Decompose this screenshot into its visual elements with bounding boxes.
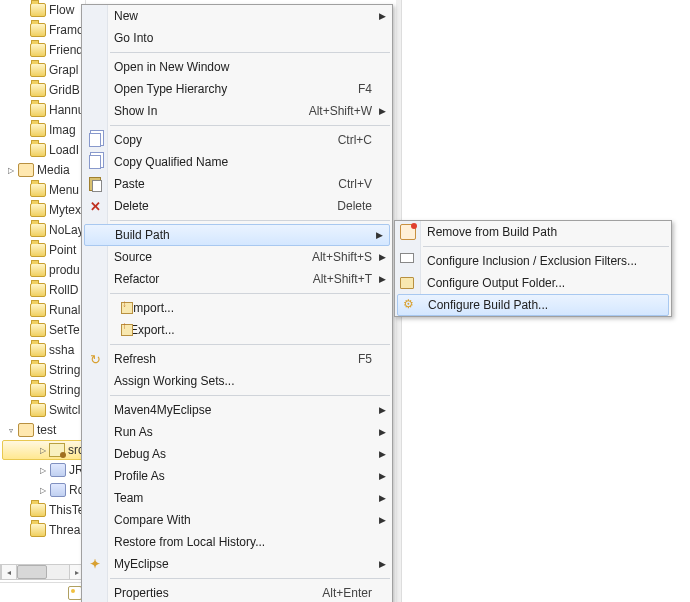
menu-item-shortcut: Ctrl+V	[338, 177, 372, 191]
tree-item[interactable]: Friend	[2, 40, 85, 60]
tree-item[interactable]: ▷JR	[2, 460, 85, 480]
scroll-left-button[interactable]: ◂	[1, 565, 17, 579]
menu-item[interactable]: Import...	[82, 297, 392, 319]
tree-item[interactable]: ▷src	[2, 440, 85, 460]
scroll-thumb[interactable]	[17, 565, 47, 579]
menu-separator	[110, 220, 390, 221]
menu-item[interactable]: PasteCtrl+V	[82, 173, 392, 195]
menu-item-label: Properties	[114, 586, 314, 600]
menu-item[interactable]: Team▶	[82, 487, 392, 509]
tree-item[interactable]: Imag	[2, 120, 85, 140]
tree-item[interactable]: Flow	[2, 0, 85, 20]
menu-item[interactable]: Compare With▶	[82, 509, 392, 531]
tree-item-label: Switcl	[49, 403, 80, 417]
tree-item-label: SetTe	[49, 323, 80, 337]
submenu-item[interactable]: ⚙Configure Build Path...	[397, 294, 669, 316]
menu-item[interactable]: Debug As▶	[82, 443, 392, 465]
folder-icon	[30, 103, 46, 117]
tree-item[interactable]: String	[2, 380, 85, 400]
tree-item[interactable]: Hannu	[2, 100, 85, 120]
menu-item[interactable]: CopyCtrl+C	[82, 129, 392, 151]
menu-item-label: Team	[114, 491, 372, 505]
menu-separator	[423, 246, 669, 247]
menu-separator	[110, 293, 390, 294]
menu-item-label: Run As	[114, 425, 372, 439]
menu-item[interactable]: Build Path▶	[84, 224, 390, 246]
tree-item[interactable]: Framo	[2, 20, 85, 40]
menu-item-label: Maven4MyEclipse	[114, 403, 372, 417]
menu-item[interactable]: New▶	[82, 5, 392, 27]
menu-item-label: Refresh	[114, 352, 350, 366]
menu-item-label: Profile As	[114, 469, 372, 483]
folder-icon	[30, 303, 46, 317]
menu-item-shortcut: Delete	[337, 199, 372, 213]
expand-arrow-icon[interactable]: ▿	[6, 425, 16, 435]
menu-item[interactable]: Open Type HierarchyF4	[82, 78, 392, 100]
submenu-arrow-icon: ▶	[379, 405, 386, 415]
submenu-item[interactable]: Configure Output Folder...	[395, 272, 671, 294]
menu-item-label: Show In	[114, 104, 301, 118]
menu-item[interactable]: ✕DeleteDelete	[82, 195, 392, 217]
folder-icon	[30, 403, 46, 417]
expand-arrow-icon[interactable]: ▷	[38, 465, 48, 475]
tree-item[interactable]: ThisTe	[2, 500, 85, 520]
menu-item[interactable]: ↻RefreshF5	[82, 348, 392, 370]
tree-item[interactable]: Switcl	[2, 400, 85, 420]
menu-item[interactable]: Assign Working Sets...	[82, 370, 392, 392]
menu-item[interactable]: Show InAlt+Shift+W▶	[82, 100, 392, 122]
expand-arrow-icon[interactable]: ▷	[6, 165, 16, 175]
menu-item[interactable]: Profile As▶	[82, 465, 392, 487]
tree-item[interactable]: Point	[2, 240, 85, 260]
context-menu[interactable]: New▶Go IntoOpen in New WindowOpen Type H…	[81, 4, 393, 602]
submenu-arrow-icon: ▶	[379, 493, 386, 503]
tree-item[interactable]: GridB	[2, 80, 85, 100]
export-icon	[119, 322, 135, 338]
menu-item[interactable]: Export...	[82, 319, 392, 341]
menu-item[interactable]: RefactorAlt+Shift+T▶	[82, 268, 392, 290]
tree-item[interactable]: ssha	[2, 340, 85, 360]
menu-item[interactable]: PropertiesAlt+Enter	[82, 582, 392, 602]
menu-item-shortcut: F5	[358, 352, 372, 366]
folder-icon	[30, 283, 46, 297]
tree-item[interactable]: ▿test	[2, 420, 85, 440]
tree-item[interactable]: Grapl	[2, 60, 85, 80]
tree-item[interactable]: String	[2, 360, 85, 380]
bottom-toolbar	[0, 582, 86, 602]
new-wizard-icon[interactable]	[68, 586, 82, 600]
tree-item-label: test	[37, 423, 56, 437]
import-icon	[119, 300, 135, 316]
scroll-track[interactable]	[17, 565, 69, 579]
tree-item[interactable]: RollD	[2, 280, 85, 300]
folder-icon	[30, 323, 46, 337]
build-path-submenu[interactable]: Remove from Build PathConfigure Inclusio…	[394, 220, 672, 317]
menu-item-label: Debug As	[114, 447, 372, 461]
menu-item[interactable]: Restore from Local History...	[82, 531, 392, 553]
tree-item[interactable]: NoLay	[2, 220, 85, 240]
tree-item[interactable]: Mytex	[2, 200, 85, 220]
jar-icon	[50, 483, 66, 497]
menu-item[interactable]: Run As▶	[82, 421, 392, 443]
menu-item[interactable]: SourceAlt+Shift+S▶	[82, 246, 392, 268]
tree-item[interactable]: Threa	[2, 520, 85, 540]
menu-item[interactable]: Maven4MyEclipse▶	[82, 399, 392, 421]
expand-arrow-icon[interactable]: ▷	[39, 445, 47, 455]
submenu-item[interactable]: Configure Inclusion / Exclusion Filters.…	[395, 250, 671, 272]
tree-item-label: Hannu	[49, 103, 84, 117]
menu-item[interactable]: Copy Qualified Name	[82, 151, 392, 173]
tree-item-label: Flow	[49, 3, 74, 17]
menu-item[interactable]: Go Into	[82, 27, 392, 49]
tree-item[interactable]: Menu	[2, 180, 85, 200]
tree-item[interactable]: ▷Media	[2, 160, 85, 180]
menu-item[interactable]: Open in New Window	[82, 56, 392, 78]
expand-arrow-icon[interactable]: ▷	[38, 485, 48, 495]
tree-item[interactable]: LoadI	[2, 140, 85, 160]
tree-item[interactable]: Runal	[2, 300, 85, 320]
menu-item-shortcut: Alt+Enter	[322, 586, 372, 600]
submenu-item[interactable]: Remove from Build Path	[395, 221, 671, 243]
menu-item[interactable]: ✦MyEclipse▶	[82, 553, 392, 575]
horizontal-scrollbar[interactable]: ◂ ▸	[0, 564, 86, 580]
project-explorer[interactable]: FlowFramoFriendGraplGridBHannuImagLoadI▷…	[2, 0, 86, 560]
tree-item[interactable]: produ	[2, 260, 85, 280]
tree-item[interactable]: SetTe	[2, 320, 85, 340]
tree-item[interactable]: ▷Rc	[2, 480, 85, 500]
